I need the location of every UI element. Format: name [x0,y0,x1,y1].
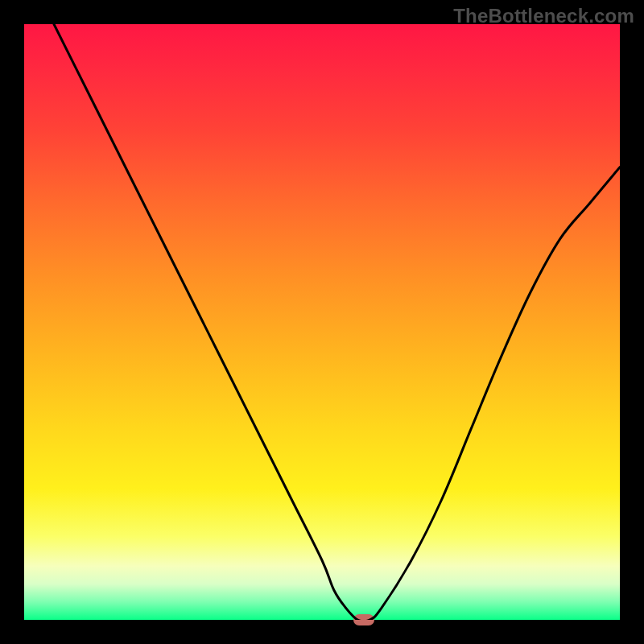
watermark-text: TheBottleneck.com [453,5,634,27]
bottleneck-curve [54,24,620,620]
curve-svg [24,24,620,620]
plot-area [24,24,620,620]
chart-frame: TheBottleneck.com [0,0,644,644]
